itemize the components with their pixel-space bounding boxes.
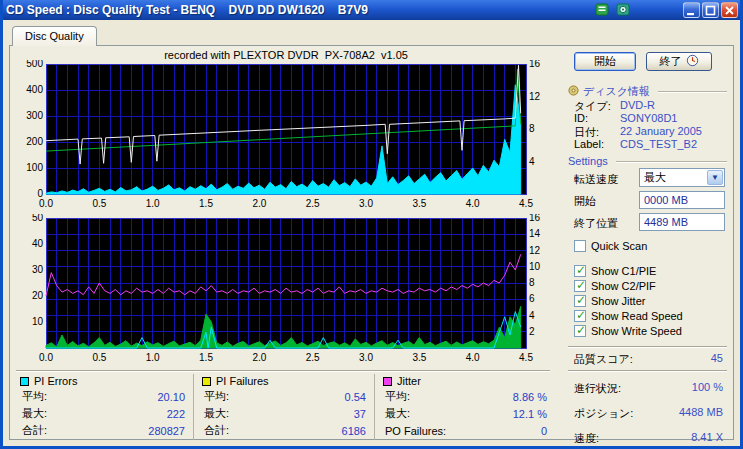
stat-row: PO Failures:0 — [383, 422, 547, 439]
checkbox-show-jitter[interactable]: Show Jitter — [574, 294, 645, 308]
checkbox-label: Show Write Speed — [591, 325, 682, 337]
stat-title: PI Errors — [34, 375, 77, 387]
checkbox-box — [574, 265, 586, 277]
pi-failures-color-swatch — [202, 377, 211, 386]
svg-text:2.5: 2.5 — [306, 198, 320, 209]
svg-text:0.0: 0.0 — [39, 352, 53, 363]
svg-text:400: 400 — [26, 84, 43, 95]
minimize-button[interactable] — [683, 2, 700, 18]
pi-errors-color-swatch — [20, 377, 29, 386]
checkbox-box — [574, 310, 586, 322]
svg-text:4.5: 4.5 — [519, 198, 533, 209]
disc-date-row: 日付:22 January 2005 — [574, 125, 727, 138]
field-label: タイプ: — [574, 99, 620, 112]
speed-label: 速度: — [574, 431, 599, 444]
stat-label: 最大: — [385, 406, 410, 421]
field-label: Label: — [574, 138, 620, 151]
stat-header: PI Errors — [20, 374, 185, 388]
stat-value: 37 — [354, 408, 366, 420]
stat-row: 合計:6186 — [202, 422, 366, 439]
svg-text:4: 4 — [529, 310, 535, 321]
svg-text:3.0: 3.0 — [359, 352, 373, 363]
disc-type-row: タイプ:DVD-R — [574, 99, 727, 112]
svg-text:8: 8 — [529, 277, 535, 288]
svg-text:4.0: 4.0 — [466, 352, 480, 363]
checkbox-label: Show Read Speed — [591, 310, 683, 322]
checkbox-label: Quick Scan — [591, 240, 647, 252]
separator — [568, 370, 727, 372]
stat-label: 最大: — [204, 406, 229, 421]
close-button[interactable] — [721, 2, 738, 18]
right-panel: 開始 終了 ディスク情報 タイプ:DVD-R ID:SONY08D1 日付:22… — [560, 50, 731, 437]
separator — [568, 346, 727, 348]
svg-text:0.0: 0.0 — [39, 198, 53, 209]
stat-label: 平均: — [385, 389, 410, 404]
svg-text:3.5: 3.5 — [412, 198, 426, 209]
stat-row: 最大:12.1 % — [383, 405, 547, 422]
maximize-button[interactable] — [702, 2, 719, 18]
disc-id-row: ID:SONY08D1 — [574, 112, 727, 125]
svg-text:1.5: 1.5 — [199, 352, 213, 363]
stat-row: 平均:0.54 — [202, 388, 366, 405]
stat-value: 12.1 % — [513, 408, 547, 420]
stat-header: PI Failures — [202, 374, 366, 388]
checkbox-show-c2-pif[interactable]: Show C2/PIF — [574, 279, 656, 293]
start-button[interactable]: 開始 — [574, 52, 636, 71]
field-value: 22 January 2005 — [620, 125, 702, 138]
progress-row: 進行状況:100 % — [574, 381, 723, 394]
stat-header: Jitter — [383, 374, 547, 388]
exit-button[interactable]: 終了 — [646, 52, 712, 71]
svg-text:1.5: 1.5 — [199, 198, 213, 209]
position-label: ポジション: — [574, 406, 633, 419]
disc-icon — [568, 85, 579, 98]
svg-text:12: 12 — [529, 245, 541, 256]
window-controls — [683, 2, 738, 18]
speed-row: 速度:8.41 X — [574, 431, 723, 444]
stat-label: PO Failures: — [385, 425, 446, 437]
checkbox-label: Show Jitter — [591, 295, 645, 307]
checkbox-show-write-speed[interactable]: Show Write Speed — [574, 324, 682, 338]
disc-info-title: ディスク情報 — [583, 84, 650, 99]
svg-text:1.0: 1.0 — [146, 198, 160, 209]
exit-button-label: 終了 — [660, 54, 682, 69]
end-position-input[interactable] — [639, 213, 725, 231]
quality-score-value: 45 — [711, 352, 723, 365]
checkbox-show-read-speed[interactable]: Show Read Speed — [574, 309, 683, 323]
pi-errors-chart: 01002003004005004812160.00.51.01.52.02.5… — [12, 60, 552, 212]
start-position-input[interactable] — [639, 191, 725, 209]
position-value: 4488 MB — [679, 406, 723, 419]
titlebar[interactable]: CD Speed : Disc Quality Test - BENQ DVD … — [0, 0, 743, 20]
separator — [16, 370, 550, 372]
progress-value: 100 % — [692, 381, 723, 394]
stat-label: 平均: — [204, 389, 229, 404]
quality-score-label: 品質スコア: — [574, 352, 633, 365]
stat-value: 20.10 — [157, 391, 185, 403]
stat-row: 平均:8.86 % — [383, 388, 547, 405]
position-row: ポジション:4488 MB — [574, 406, 723, 419]
titlebar-icon[interactable] — [615, 2, 631, 17]
tab-disc-quality[interactable]: Disc Quality — [12, 26, 97, 46]
checkbox-show-c1-pie[interactable]: Show C1/PIE — [574, 264, 656, 278]
stat-label: 合計: — [22, 423, 47, 438]
jitter-color-swatch — [383, 377, 392, 386]
svg-text:4: 4 — [529, 156, 535, 167]
svg-text:100: 100 — [26, 162, 43, 173]
stat-value: 222 — [167, 408, 185, 420]
transfer-speed-select[interactable]: 最大 ▼ — [639, 168, 725, 187]
checkbox-quick-scan[interactable]: Quick Scan — [574, 239, 647, 253]
transfer-speed-value: 最大 — [644, 170, 666, 185]
jitter-chart: 10203040502468101214160.00.51.01.52.02.5… — [12, 214, 552, 366]
svg-text:20: 20 — [32, 290, 44, 301]
disc-label-row: Label:CDS_TEST_B2 — [574, 138, 727, 151]
svg-text:50: 50 — [32, 214, 44, 223]
svg-text:1.0: 1.0 — [146, 352, 160, 363]
titlebar-icon[interactable] — [594, 2, 610, 17]
svg-text:10: 10 — [32, 316, 44, 327]
checkbox-label: Show C1/PIE — [591, 265, 656, 277]
stat-row: 最大:37 — [202, 405, 366, 422]
svg-text:8: 8 — [529, 123, 535, 134]
settings-title: Settings — [568, 155, 608, 167]
checkbox-box — [574, 325, 586, 337]
stat-value: 280827 — [148, 425, 185, 437]
stat-row: 合計:280827 — [20, 422, 185, 439]
